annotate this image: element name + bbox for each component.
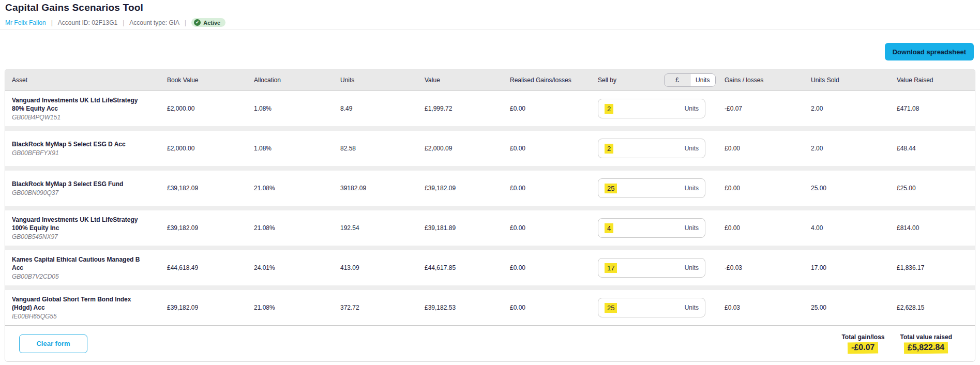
totals: Total gain/loss -£0.07 Total value raise…	[841, 333, 952, 354]
table-row: BlackRock MyMap 3 Select ESG FundGB00BN0…	[5, 171, 975, 206]
total-gain-loss-label: Total gain/loss	[841, 333, 884, 341]
gains-losses-cell: -£0.07	[725, 105, 811, 112]
total-value-raised-value: £5,822.84	[900, 342, 952, 354]
value-raised-cell: £25.00	[897, 185, 975, 192]
account-type-label: Account type: GIA	[129, 19, 179, 26]
table-footer: Clear form Total gain/loss -£0.07 Total …	[5, 325, 975, 361]
asset-name: Vanguard Global Short Term Bond Index (H…	[12, 295, 167, 312]
sell-by-cell: 2Units	[593, 99, 725, 118]
gains-losses-cell: £0.00	[725, 145, 811, 152]
header-asset: Asset	[12, 77, 167, 84]
sell-by-input[interactable]: 25Units	[598, 298, 705, 317]
check-icon: ✓	[194, 19, 201, 26]
asset-cell: Kames Capital Ethical Cautious Managed B…	[12, 255, 167, 280]
sell-by-input[interactable]: 2Units	[598, 139, 705, 158]
asset-name: BlackRock MyMap 5 Select ESG D Acc	[12, 140, 167, 148]
sell-by-unit-label: Units	[685, 185, 699, 192]
value-cell: £39,181.89	[425, 224, 510, 232]
sell-by-value: 25	[605, 303, 617, 313]
realised-gains-cell: £0.00	[510, 264, 593, 271]
row-separator	[5, 166, 975, 171]
sell-by-cell: 25Units	[593, 178, 725, 198]
value-cell: £39,182.53	[425, 304, 510, 311]
row-separator	[5, 206, 975, 210]
sell-by-unit-label: Units	[685, 105, 699, 112]
units-cell: 8.49	[340, 105, 425, 112]
sell-by-input[interactable]: 25Units	[598, 178, 705, 198]
asset-name: Vanguard Investments UK Ltd LifeStrategy…	[12, 96, 167, 113]
meta-separator: |	[185, 19, 186, 26]
header-realised-gains: Realised Gains/losses	[510, 77, 593, 84]
header-gains-losses: Gains / losses	[725, 77, 811, 84]
book-value-cell: £2,000.00	[167, 145, 254, 152]
realised-gains-cell: £0.00	[510, 185, 593, 192]
sell-by-value: 17	[605, 263, 617, 273]
header-units: Units	[340, 77, 425, 84]
gains-losses-cell: £0.00	[725, 185, 811, 192]
total-value-raised-block: Total value raised £5,822.84	[900, 333, 952, 354]
asset-isin: GB00BFBFYX91	[12, 149, 167, 157]
total-gain-loss-block: Total gain/loss -£0.07	[841, 333, 884, 354]
sell-by-cell: 4Units	[593, 218, 725, 238]
allocation-cell: 21.08%	[254, 185, 340, 192]
units-sold-cell: 4.00	[811, 224, 897, 232]
value-cell: £44,617.85	[425, 264, 510, 271]
asset-cell: BlackRock MyMap 5 Select ESG D AccGB00BF…	[12, 140, 167, 157]
value-raised-cell: £471.08	[897, 105, 975, 112]
meta-separator: |	[123, 19, 124, 26]
sell-by-value: 2	[605, 104, 613, 114]
status-badge: ✓ Active	[191, 18, 225, 27]
allocation-cell: 1.08%	[254, 105, 340, 112]
header-value-raised: Value Raised	[897, 77, 975, 84]
sell-by-cell: 17Units	[593, 258, 725, 278]
table-row: Vanguard Investments UK Ltd LifeStrategy…	[5, 210, 975, 246]
row-separator	[5, 246, 975, 250]
clear-form-button[interactable]: Clear form	[19, 334, 87, 353]
download-spreadsheet-button[interactable]: Download spreadsheet	[885, 43, 974, 60]
asset-isin: IE00BH65QG55	[12, 313, 167, 320]
asset-isin: GB00BN090Q37	[12, 189, 167, 196]
sell-by-input[interactable]: 2Units	[598, 99, 705, 118]
table-row: Kames Capital Ethical Cautious Managed B…	[5, 250, 975, 285]
book-value-cell: £39,182.09	[167, 224, 254, 232]
sell-by-cell: 2Units	[593, 139, 725, 158]
sell-by-unit-label: Units	[685, 145, 699, 152]
sell-by-input[interactable]: 4Units	[598, 218, 705, 238]
asset-cell: Vanguard Investments UK Ltd LifeStrategy…	[12, 216, 167, 240]
book-value-cell: £39,182.09	[167, 185, 254, 192]
table-row: BlackRock MyMap 5 Select ESG D AccGB00BF…	[5, 131, 975, 166]
sell-by-value: 4	[605, 223, 613, 233]
units-cell: 39182.09	[340, 185, 425, 192]
units-sold-cell: 25.00	[811, 185, 897, 192]
row-separator	[5, 126, 975, 131]
sell-by-value: 2	[605, 144, 613, 154]
book-value-cell: £2,000.00	[167, 105, 254, 112]
realised-gains-cell: £0.00	[510, 304, 593, 311]
table-body: Vanguard Investments UK Ltd LifeStrategy…	[5, 91, 975, 325]
toggle-pound-option[interactable]: £	[665, 74, 690, 86]
value-raised-cell: £1,836.17	[897, 264, 975, 271]
value-cell: £2,000.09	[425, 145, 510, 152]
account-meta: Mr Felix Fallon | Account ID: 02F13G1 | …	[5, 18, 980, 27]
toggle-units-option[interactable]: Units	[690, 74, 716, 86]
value-raised-cell: £814.00	[897, 224, 975, 232]
units-sold-cell: 17.00	[811, 264, 897, 271]
value-cell: £1,999.72	[425, 105, 510, 112]
header-value: Value	[425, 77, 510, 84]
account-holder-link[interactable]: Mr Felix Fallon	[5, 19, 46, 26]
sell-by-unit-label: Units	[685, 304, 699, 311]
row-separator	[5, 285, 975, 290]
table-row: Vanguard Investments UK Ltd LifeStrategy…	[5, 91, 975, 126]
units-sold-cell: 2.00	[811, 145, 897, 152]
status-badge-label: Active	[203, 20, 220, 26]
asset-isin: GB00B7V2CD05	[12, 273, 167, 280]
asset-isin: GB00B545NX97	[12, 233, 167, 240]
book-value-cell: £39,182.09	[167, 304, 254, 311]
table-header-row: Asset Book Value Allocation Units Value …	[5, 69, 975, 91]
realised-gains-cell: £0.00	[510, 145, 593, 152]
sell-by-unit-toggle[interactable]: £ Units	[664, 73, 716, 87]
sell-by-input[interactable]: 17Units	[598, 258, 705, 278]
asset-name: Kames Capital Ethical Cautious Managed B…	[12, 255, 167, 272]
sell-by-unit-label: Units	[685, 224, 699, 232]
asset-name: BlackRock MyMap 3 Select ESG Fund	[12, 180, 167, 188]
